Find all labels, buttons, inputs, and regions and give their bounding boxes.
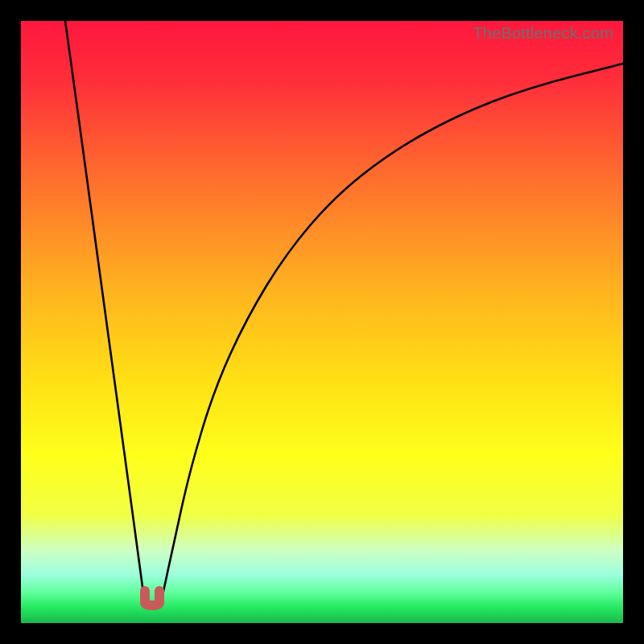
bottleneck-curve-right bbox=[162, 64, 623, 599]
bottleneck-curve-left bbox=[65, 21, 144, 599]
plot-area: TheBottleneck.com bbox=[21, 21, 623, 623]
curve-layer bbox=[21, 21, 623, 623]
minimum-marker bbox=[145, 591, 159, 605]
watermark-text: TheBottleneck.com bbox=[473, 24, 613, 43]
chart-frame: TheBottleneck.com bbox=[0, 0, 644, 644]
